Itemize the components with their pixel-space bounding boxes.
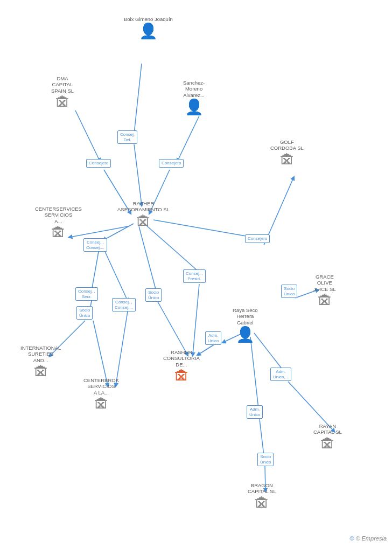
svg-line-9 (139, 226, 156, 291)
svg-line-2 (75, 110, 100, 161)
badge-consej-del[interactable]: Consej.Del. (117, 130, 137, 144)
building-icon-grace: 🏚 (317, 294, 332, 309)
node-raya-label: Raya SecoHerreraGabriel (233, 307, 257, 326)
badge-consej-consej-2[interactable]: Consej. ,Consej.... (112, 298, 136, 311)
building-icon-rayan: 🏚 (320, 437, 335, 452)
badge-socio-unico-bragon[interactable]: SocioÚnico (257, 453, 274, 466)
svg-line-19 (193, 284, 199, 355)
building-icon-centerbrok: 🏚 (94, 397, 109, 412)
building-icon-dma: 🏚 (55, 95, 70, 110)
svg-line-23 (254, 333, 284, 372)
badge-consejero-sanchez[interactable]: Consejero (159, 159, 184, 168)
svg-line-16 (93, 321, 108, 385)
svg-line-17 (116, 311, 128, 385)
node-grace[interactable]: GRACEOLIVEJUICE SL 🏚 (313, 274, 336, 309)
node-golf[interactable]: GOLFCORDOBA SL 🏚 (270, 139, 304, 168)
person-icon-sanchez: 👤 (185, 100, 204, 115)
svg-line-26 (260, 419, 264, 455)
graph-container: Boix Gimeno Joaquín 👤 Sanchez-MorenoAlva… (0, 0, 392, 547)
svg-line-12 (92, 252, 99, 291)
node-bragon-label: BRAGONCAPITAL SL (248, 482, 276, 495)
building-icon-rasher-ases: 🏚 (136, 214, 151, 230)
node-sanchez[interactable]: Sanchez-MorenoAlvarez... 👤 (183, 80, 205, 115)
svg-line-18 (158, 302, 187, 355)
node-grace-label: GRACEOLIVEJUICE SL (313, 274, 336, 292)
svg-line-0 (134, 64, 142, 134)
node-rasher-cons[interactable]: RASHERCONSULTORIADE... 🏚 (163, 349, 200, 384)
building-icon-international: 🏚 (33, 365, 48, 380)
building-icon-golf: 🏚 (279, 153, 295, 168)
badge-consejero-dma[interactable]: Consejero (86, 159, 111, 168)
building-icon-centerservices: 🏚 (51, 226, 66, 241)
node-golf-label: GOLFCORDOBA SL (270, 139, 304, 151)
building-icon-rasher-cons: 🏚 (174, 369, 189, 384)
badge-socio-unico-grace[interactable]: SocioÚnico (281, 285, 297, 298)
node-rayan[interactable]: RAYANCAPITAL SL 🏚 (313, 423, 342, 452)
badge-socio-unico-1[interactable]: SocioÚnico (76, 306, 93, 320)
node-sanchez-label: Sanchez-MorenoAlvarez... (183, 80, 205, 98)
node-international-label: INTERNATIONALSURETIESAND... (20, 345, 61, 363)
svg-line-8 (144, 224, 199, 272)
badge-adm-unico-bragon[interactable]: Adm.Unico (247, 405, 263, 419)
badge-adm-unico-rayan[interactable]: Adm.Unico,... (270, 368, 291, 381)
badge-consej-secr[interactable]: Consej. ,Secr. (75, 287, 98, 301)
node-bragon[interactable]: BRAGONCAPITAL SL 🏚 (248, 482, 276, 511)
badge-consejero-golf[interactable]: Consejero (245, 234, 270, 243)
node-centerbrok[interactable]: CENTERBROKSERVICIOSA LA... 🏚 (83, 377, 119, 412)
person-icon-raya: 👤 (236, 327, 255, 342)
node-boix-label: Boix Gimeno Joaquín (124, 16, 173, 22)
building-icon-bragon: 🏚 (254, 496, 269, 511)
svg-line-1 (178, 116, 199, 161)
svg-line-3 (134, 144, 142, 205)
node-boix[interactable]: Boix Gimeno Joaquín 👤 (124, 16, 173, 39)
node-centerbrok-label: CENTERBROKSERVICIOSA LA... (83, 377, 119, 396)
node-dma-label: DMACAPITALSPAIN SL (51, 75, 74, 94)
badge-consej-consej-1[interactable]: Consej. ,Consej.... (83, 238, 107, 252)
watermark: © © Empresia (349, 535, 387, 542)
node-centerservices[interactable]: CENTERSERVICESSERVICIOSA... 🏚 (35, 206, 82, 241)
node-centerservices-label: CENTERSERVICESSERVICIOSA... (35, 206, 82, 224)
node-rayan-label: RAYANCAPITAL SL (313, 423, 342, 435)
node-dma[interactable]: DMACAPITALSPAIN SL 🏚 (51, 75, 74, 110)
node-international[interactable]: INTERNATIONALSURETIESAND... 🏚 (20, 345, 61, 380)
node-raya[interactable]: Raya SecoHerreraGabriel 👤 (233, 307, 257, 342)
badge-adm-unico-raya[interactable]: Adm.Unico (205, 331, 221, 345)
person-icon-boix: 👤 (139, 24, 158, 39)
badge-consej-presid[interactable]: Consej. ,Presid. (183, 269, 206, 283)
node-rasher-cons-label: RASHERCONSULTORIADE... (163, 349, 200, 368)
badge-socio-unico-2[interactable]: SocioÚnico (145, 288, 162, 302)
node-rasher-ases-label: RASHERASESORAMIENTO SL (117, 200, 170, 213)
svg-line-14 (105, 252, 128, 301)
svg-line-20 (198, 344, 215, 355)
svg-line-25 (250, 337, 258, 408)
node-rasher-ases[interactable]: RASHERASESORAMIENTO SL 🏚 (117, 200, 170, 230)
